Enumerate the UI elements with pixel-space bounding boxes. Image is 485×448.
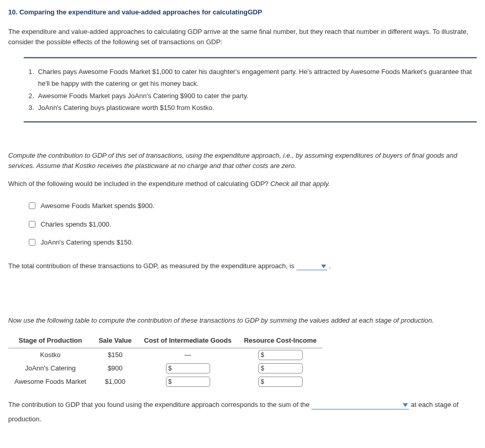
col-resource: Resource Cost-Income [238,333,323,348]
checkbox-label: Charles spends $1,000. [41,219,111,230]
final-sentence: The contribution to GDP that you found u… [8,398,477,427]
resource-field[interactable] [266,378,296,385]
cell-stage: Kostko [8,348,92,362]
col-stage: Stage of Production [8,333,92,348]
intro-text: The expenditure and value-added approach… [8,27,477,48]
checkbox-label: Awesome Foods Market spends $900. [41,201,155,211]
dollar-sign-icon: $ [259,350,266,360]
checkbox-awesome-foods[interactable] [29,202,35,209]
cell-sale: $900 [92,362,138,375]
checkbox-row[interactable]: JoAnn's Catering spends $150. [29,233,477,252]
dollar-sign-icon: $ [259,377,266,386]
total-sentence-a: The total contribution of these transact… [8,262,296,270]
total-sentence-b: . [327,262,331,270]
question-heading: 10. Comparing the expenditure and value-… [8,7,477,17]
intermediate-field[interactable] [173,365,204,372]
dropdown-sum-of[interactable] [311,401,409,409]
table-row: Kostko $150 — $ [8,348,323,362]
resource-input-awesome[interactable]: $ [258,377,303,387]
check-hint: Check all that apply. [270,180,330,188]
dollar-sign-icon: $ [166,364,174,373]
resource-field[interactable] [266,365,296,372]
list-item: JoAnn's Catering buys plasticware worth … [36,102,477,114]
resource-input-kostko[interactable]: $ [258,350,303,360]
total-sentence: The total contribution of these transact… [8,261,477,272]
chevron-down-icon[interactable] [403,403,408,407]
dropdown-total-gdp[interactable] [296,262,327,271]
list-item: Charles pays Awesome Foods Market $1,000… [36,66,477,90]
resource-input-joanns[interactable]: $ [258,363,303,374]
transactions-list: Charles pays Awesome Foods Market $1,000… [24,66,477,114]
table-row: Awesome Foods Market $1,000 $ $ [8,375,323,388]
checkbox-row[interactable]: Awesome Foods Market spends $900. [29,197,477,215]
check-prompt: Which of the following would be included… [8,179,477,190]
col-sale: Sale Value [92,333,138,348]
intermediate-field[interactable] [173,378,204,385]
compute-prompt: Compute the contribution to GDP of this … [8,151,477,172]
checkbox-joanns[interactable] [29,239,35,246]
transactions-block: Charles pays Awesome Foods Market $1,000… [24,57,477,123]
checkbox-label: JoAnn's Catering spends $150. [41,237,133,248]
dollar-sign-icon: $ [166,377,174,386]
divider-top [24,57,477,59]
check-prompt-text: Which of the following would be included… [8,180,270,188]
production-table: Stage of Production Sale Value Cost of I… [8,333,323,388]
final-sentence-a: The contribution to GDP that you found u… [8,401,311,408]
cell-sale: $1,000 [92,375,138,388]
checkbox-row[interactable]: Charles spends $1,000. [29,215,477,234]
divider-bottom [24,121,477,123]
cell-stage: JoAnn's Catering [8,362,92,375]
table-row: JoAnn's Catering $900 $ $ [8,362,323,375]
col-intermediate: Cost of Intermediate Goods [138,333,237,348]
chevron-down-icon[interactable] [321,265,326,268]
cell-stage: Awesome Foods Market [8,375,92,388]
intermediate-input-joanns[interactable]: $ [166,363,210,374]
cell-intermediate-dash: — [138,348,237,362]
list-item: Awesome Foods Market pays JoAnn's Cateri… [36,90,477,102]
checkbox-group: Awesome Foods Market spends $900. Charle… [29,197,477,252]
cell-sale: $150 [92,348,138,362]
table-prompt: Now use the following table to compute t… [8,315,477,326]
dollar-sign-icon: $ [259,364,266,373]
intermediate-input-awesome[interactable]: $ [166,377,210,387]
checkbox-charles[interactable] [29,221,35,228]
resource-field[interactable] [266,351,296,359]
